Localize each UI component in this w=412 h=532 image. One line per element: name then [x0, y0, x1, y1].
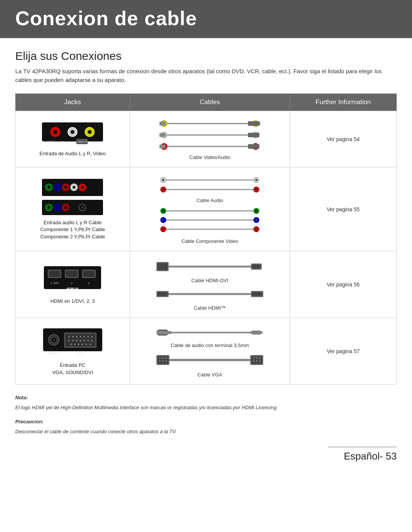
table-header-row: Jacks Cables Further Information — [16, 94, 397, 111]
svg-point-68 — [255, 210, 257, 212]
svg-point-116 — [80, 340, 81, 341]
svg-point-117 — [84, 340, 85, 341]
svg-point-108 — [76, 336, 77, 338]
svg-point-52 — [81, 206, 84, 209]
svg-point-118 — [87, 340, 89, 341]
cable-label-3b: Cable HDMI™ — [194, 305, 226, 311]
header-bar: Conexion de cable — [0, 0, 412, 38]
nota-title: Nota: — [15, 394, 397, 402]
svg-text:1 / DVI: 1 / DVI — [51, 282, 59, 284]
rca-jack-svg: R - AUDIO - L / AV VIDEO IN — [42, 121, 103, 147]
svg-point-63 — [255, 189, 257, 191]
cable-vga-svg — [156, 350, 263, 370]
svg-point-113 — [68, 340, 70, 341]
cable-hdmi-svg — [156, 286, 263, 303]
svg-rect-133 — [249, 331, 263, 334]
svg-rect-131 — [156, 331, 172, 334]
svg-text:COMPONENT1 IN: COMPONENT1 IN — [63, 196, 82, 199]
svg-rect-31 — [248, 144, 259, 149]
svg-text:VIDEO IN: VIDEO IN — [77, 141, 87, 143]
svg-point-66 — [162, 210, 164, 212]
svg-point-149 — [256, 360, 258, 362]
svg-point-122 — [78, 344, 79, 345]
svg-point-124 — [85, 344, 87, 345]
table-row: 1 / DVI 2 3 HDMI IN HDMI en 1/DVI, 2, 3 — [16, 251, 397, 318]
cable-cell-2: Cable Audio — [130, 167, 290, 251]
svg-rect-13 — [159, 122, 166, 125]
info-cell-3: Ver pagina 56 — [290, 251, 397, 318]
svg-point-146 — [256, 357, 258, 359]
hdmi-jack-svg: 1 / DVI 2 3 HDMI IN — [44, 264, 101, 295]
svg-point-141 — [162, 360, 164, 362]
svg-rect-85 — [83, 271, 95, 277]
cable-label-2b: Cable Componente Video — [182, 238, 238, 244]
svg-text:2: 2 — [71, 282, 72, 284]
footer: Español- 53 — [0, 447, 412, 466]
svg-point-48 — [56, 206, 59, 209]
nota-text: El logo HDMI yel de High-Definition Mult… — [15, 404, 397, 411]
svg-rect-24 — [248, 133, 259, 137]
table-row: SOUND /DVI VGA PC INPUT Entrada PC VGA, … — [16, 318, 397, 385]
svg-point-50 — [64, 206, 67, 209]
svg-point-58 — [255, 179, 257, 181]
jack-label-2: Entrada audio L y R Cable Componente 1 Y… — [40, 219, 105, 240]
cable-label-3a: Cable HDMI-DVI — [192, 278, 229, 283]
svg-text:HDMI IN: HDMI IN — [67, 287, 79, 290]
svg-point-4 — [71, 130, 74, 134]
intro-text: La TV 42PA30RQ suporta varias formas de … — [15, 67, 397, 84]
svg-point-103 — [53, 339, 55, 341]
svg-rect-97 — [158, 292, 167, 296]
svg-point-148 — [253, 360, 254, 362]
info-cell-2: Ver pagina 55 — [290, 167, 397, 251]
svg-point-120 — [70, 344, 72, 345]
jack-image-3: 1 / DVI 2 3 HDMI IN HDMI en 1/DVI, 2, 3 — [22, 264, 124, 305]
svg-point-140 — [159, 360, 161, 362]
jack-cell-4: SOUND /DVI VGA PC INPUT Entrada PC VGA, … — [16, 318, 130, 385]
cable-label-4b: Cable VGA — [197, 372, 222, 378]
svg-point-42 — [81, 186, 84, 189]
svg-point-110 — [84, 336, 85, 338]
svg-point-123 — [82, 344, 83, 345]
jack-image-2: COMPONENT1 IN COMPONENT1 IN — [22, 178, 124, 240]
svg-point-139 — [165, 357, 167, 359]
header-cables: Cables — [130, 94, 290, 111]
cable-image-3: Cable HDMI-DVI Cable HDMI™ — [136, 258, 284, 311]
svg-rect-99 — [252, 292, 262, 296]
jack-label-1: Entrada de Audio L y R, Video — [40, 150, 106, 157]
svg-point-73 — [255, 219, 257, 221]
header-info: Further Information — [290, 94, 397, 111]
jack-cell-3: 1 / DVI 2 3 HDMI IN HDMI en 1/DVI, 2, 3 — [16, 251, 130, 318]
pc-jack-svg: SOUND /DVI VGA PC INPUT — [43, 326, 102, 359]
svg-point-40 — [73, 186, 76, 189]
jack-image-1: R - AUDIO - L / AV VIDEO IN Entrada de A… — [22, 121, 124, 157]
svg-rect-21 — [159, 133, 166, 137]
cable-hdmi-dvi-svg — [156, 258, 263, 275]
svg-point-145 — [253, 357, 254, 359]
svg-point-107 — [72, 336, 74, 338]
svg-point-106 — [68, 336, 70, 338]
svg-rect-83 — [66, 271, 77, 277]
page-title: Conexion de cable — [15, 7, 397, 30]
svg-point-6 — [88, 130, 92, 134]
cable-cell-4: Cable de audio con terminal 3,5mm — [130, 318, 290, 385]
jack-cell-2: COMPONENT1 IN COMPONENT1 IN — [16, 167, 130, 251]
page-ref-4: Ver pagina 57 — [327, 348, 359, 354]
svg-point-114 — [72, 340, 74, 341]
precaucion-text: Desconectar el cable de corriente cuando… — [15, 428, 397, 436]
cable-image-4: Cable de audio con terminal 3,5mm — [136, 325, 284, 378]
svg-point-137 — [159, 357, 161, 359]
svg-point-34 — [48, 186, 50, 189]
svg-point-150 — [259, 360, 261, 362]
svg-rect-92 — [158, 263, 167, 270]
header-jacks: Jacks — [16, 94, 130, 111]
svg-text:SOUND /DVI: SOUND /DVI — [47, 352, 60, 354]
component-jack-svg: COMPONENT1 IN COMPONENT1 IN — [42, 178, 103, 216]
svg-point-38 — [64, 186, 67, 189]
svg-point-46 — [48, 206, 50, 209]
svg-text:3: 3 — [88, 282, 90, 284]
page-ref-2: Ver pagina 55 — [327, 206, 359, 212]
svg-text:COMPONENT1 IN: COMPONENT1 IN — [63, 216, 82, 216]
svg-point-78 — [255, 228, 257, 230]
svg-rect-81 — [49, 271, 60, 277]
info-cell-4: Ver pagina 57 — [290, 318, 397, 385]
